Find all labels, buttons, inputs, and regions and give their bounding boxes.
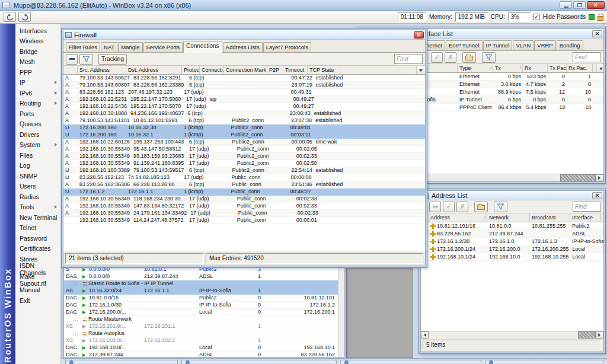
comment-button[interactable]: [462, 52, 476, 63]
sidebar-item-exit[interactable]: Exit: [15, 295, 60, 306]
tab-connections[interactable]: Connections: [183, 41, 222, 53]
route-row[interactable]: ;;;;;; Stastic Route to Sofia - IP IP Tu…: [64, 280, 344, 288]
tab-mangle[interactable]: Mangle: [118, 42, 142, 52]
route-row[interactable]: XS172.16.201.0/...172.16.201.11: [64, 323, 344, 330]
address-row[interactable]: 10.81.12.101/1610.81.0.010.81.255.255Pub…: [421, 222, 603, 230]
tab-filter-rules[interactable]: Filter Rules: [66, 42, 100, 52]
close-button[interactable]: ×: [587, 1, 605, 9]
connection-row[interactable]: A192.168.10.30:55349147.83.134.80:321721…: [63, 203, 425, 210]
column-header-tx[interactable]: Tx/: [493, 64, 523, 72]
column-header-tx-pac[interactable]: Tx Pac...: [548, 64, 567, 72]
route-row[interactable]: ;;;;;; Route Masterwerk: [64, 316, 344, 323]
taskbar-button[interactable]: [340, 360, 481, 364]
taskbar-button[interactable]: [181, 360, 337, 364]
address-row[interactable]: 83.228.56.162212.39.87.244ADSL: [421, 230, 603, 238]
address-find-input[interactable]: [573, 202, 601, 212]
address-row[interactable]: 192.168.10.1/24192.168.10.0192.168.10.25…: [421, 253, 603, 261]
comment-button[interactable]: [474, 202, 488, 212]
tab-ip-tunnel[interactable]: IP Tunnel: [483, 40, 513, 50]
restore-button[interactable]: [573, 1, 586, 9]
interface-find-input[interactable]: [573, 52, 601, 62]
sidebar-item-wireless[interactable]: Wireless: [15, 36, 60, 47]
column-dropdown-button[interactable]: [416, 66, 425, 74]
tab-address-lists[interactable]: Address Lists: [223, 42, 263, 52]
sidebar-item-drivers[interactable]: Drivers: [15, 129, 60, 140]
taskbar-button[interactable]: [65, 360, 178, 364]
sidebar-item-ip[interactable]: IP: [15, 78, 60, 88]
connection-row[interactable]: U192.168.10.180:338979.100.53.143:595176…: [63, 167, 425, 174]
connection-row[interactable]: A192.168.10.30:55349118.168.234.230:30..…: [63, 196, 425, 203]
column-header-interface[interactable]: Interface: [570, 213, 601, 222]
tab-vrrp[interactable]: VRRP: [534, 40, 555, 50]
connection-row[interactable]: A79.100.53.143:5962783.228.56.162:82916 …: [63, 75, 425, 82]
column-header-address[interactable]: Address/: [421, 213, 487, 222]
filter-button[interactable]: [482, 52, 496, 63]
sidebar-item-routing[interactable]: Routing: [15, 98, 60, 109]
sidebar-item-new-terminal[interactable]: New Terminal: [15, 212, 60, 223]
connection-row[interactable]: A192.168.10.30:5534995.43.147.50:5831217…: [63, 146, 425, 153]
filter-button[interactable]: [494, 202, 507, 212]
route-row[interactable]: DAC172.16.200.0/...Local0172.16.200.1: [64, 309, 344, 316]
filter-button[interactable]: [79, 54, 93, 65]
connection-row[interactable]: U83.228.56.162:12374.54.82.185:12317 (ud…: [63, 174, 425, 181]
sidebar-item-interfaces[interactable]: Interfaces: [15, 25, 60, 36]
sidebar-item-make-supout-rif[interactable]: Make Supout.rif: [15, 274, 60, 285]
sidebar-item-system[interactable]: System: [15, 140, 60, 151]
interface-list-close-icon[interactable]: ✕: [592, 30, 602, 37]
tab-nat[interactable]: NAT: [101, 42, 117, 52]
tab-bonding[interactable]: Bonding: [557, 40, 583, 50]
route-row[interactable]: ;;;;;; Route Autoplus: [64, 330, 344, 337]
route-row[interactable]: DAC212.39.87.244ADSL083.228.56.162: [64, 352, 344, 357]
sidebar-item-snmp[interactable]: SNMP: [15, 171, 60, 181]
address-list-close-icon[interactable]: ✕: [592, 192, 602, 199]
undo-button[interactable]: [4, 12, 16, 22]
column-header-p2p[interactable]: P2P: [267, 66, 283, 74]
route-row[interactable]: DAC172.16.1.0/30IP-IP-to-Sofia0172.16.1.…: [64, 302, 344, 309]
tracking-button[interactable]: Tracking: [98, 54, 127, 65]
connection-row[interactable]: A192.168.10.30:5534991.139.241.180:83951…: [63, 160, 425, 167]
connection-row[interactable]: A192.168.10.30:188894.236.166.192:406376…: [63, 110, 425, 117]
column-header-broadcast[interactable]: Broadcast: [530, 213, 570, 222]
route-row[interactable]: XS172.16.202.0/...172.16.202.11: [64, 337, 344, 344]
disable-button[interactable]: ✗: [456, 202, 468, 212]
sidebar-item-users[interactable]: Users: [15, 181, 60, 192]
column-header-timeout[interactable]: Timeout: [283, 66, 308, 74]
column-header-network[interactable]: Network: [487, 213, 530, 222]
column-header-rx-pac[interactable]: Rx Pac.: [567, 64, 593, 72]
connection-row[interactable]: 192.168.10.30:55349114.24.247.48:3757217…: [63, 217, 425, 224]
firewall-close-icon[interactable]: ✕: [414, 31, 424, 39]
sidebar-item-mesh[interactable]: Mesh: [15, 57, 60, 68]
connection-row[interactable]: U172.16.200.18010.16.32.301 (icmp)Public…: [63, 124, 425, 132]
tab-eoip-tunnel[interactable]: EoIP Tunnel: [446, 40, 483, 50]
hide-passwords-checkbox[interactable]: ✓: [533, 14, 540, 20]
sidebar-item-telnet[interactable]: Telnet: [15, 223, 60, 234]
sidebar-item-ppp[interactable]: PPP: [15, 67, 60, 78]
route-list-vertical-scrollbar[interactable]: [338, 266, 344, 357]
column-header-flags[interactable]: [63, 66, 78, 74]
disable-button[interactable]: ✗: [445, 52, 456, 63]
column-header-src-address[interactable]: Src. Address: [78, 66, 126, 74]
column-header-dst-address[interactable]: Dst. Address: [126, 66, 182, 74]
connection-row[interactable]: A79.100.53.143:6110110.81.12.101:82916 (…: [63, 117, 425, 124]
taskbar-button[interactable]: [485, 360, 603, 364]
remove-connection-button[interactable]: [66, 54, 78, 65]
sidebar-item-files[interactable]: Files: [15, 150, 60, 161]
connection-row[interactable]: A192.168.10.22:60126195.137.253.100:4436…: [63, 139, 425, 146]
address-row[interactable]: 172.16.1.2/30172.16.1.0172.16.1.3IP-IP-t…: [421, 238, 603, 245]
column-header-type[interactable]: Type/: [458, 64, 493, 72]
connection-row[interactable]: A192.168.10.22:5436195.22.147.170:507017…: [63, 103, 425, 110]
sidebar-item-tools[interactable]: Tools: [15, 202, 60, 213]
sidebar-item-radius[interactable]: Radius: [15, 191, 60, 202]
sidebar-item-log[interactable]: Log: [15, 161, 60, 171]
column-header-connection-mark[interactable]: Connection Mark/: [224, 66, 267, 74]
tab-service-ports[interactable]: Service Ports: [143, 42, 183, 52]
sidebar-item-queues[interactable]: Queues: [15, 119, 60, 130]
tab-vlan[interactable]: VLAN: [513, 40, 533, 50]
sidebar-item-ports[interactable]: Ports: [15, 108, 60, 119]
column-header-tcp-state[interactable]: TCP State: [308, 66, 340, 74]
connection-row[interactable]: A192.168.10.30:5534924.179.161.134:33492…: [63, 210, 425, 217]
sidebar-item-password[interactable]: Password: [15, 233, 60, 244]
enable-button[interactable]: ✓: [431, 52, 443, 63]
sidebar-item-bridge[interactable]: Bridge: [15, 46, 60, 57]
sidebar-item-certificates[interactable]: Certificates: [15, 244, 60, 254]
